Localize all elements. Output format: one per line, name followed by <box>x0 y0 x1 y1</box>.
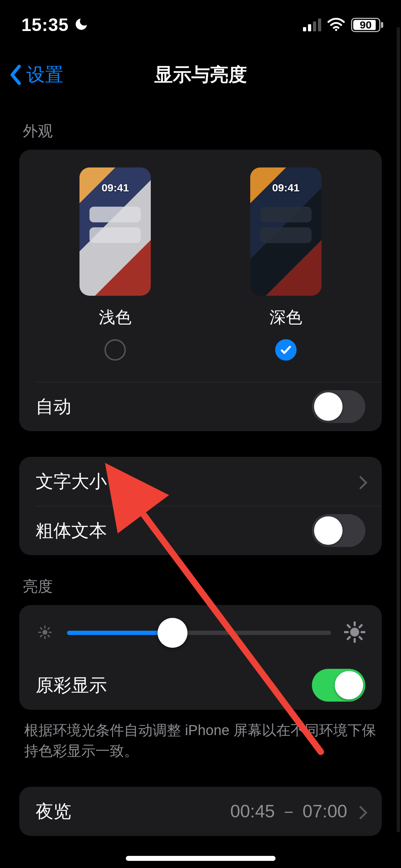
svg-point-1 <box>42 630 47 635</box>
appearance-group: 09:41 浅色 09:41 深色 自动 <box>19 150 382 431</box>
true-tone-toggle[interactable] <box>312 669 365 702</box>
svg-point-0 <box>335 29 337 31</box>
chevron-right-icon <box>356 471 365 492</box>
battery-icon: 90 <box>351 18 383 32</box>
sun-bright-icon <box>344 621 365 644</box>
light-label: 浅色 <box>99 306 132 329</box>
svg-line-15 <box>348 625 350 627</box>
svg-line-6 <box>41 628 42 629</box>
home-indicator <box>126 856 276 861</box>
bold-text-row[interactable]: 粗体文本 <box>19 506 382 555</box>
auto-appearance-row[interactable]: 自动 <box>19 382 382 431</box>
dark-radio[interactable] <box>275 339 297 361</box>
night-shift-label: 夜览 <box>36 800 230 823</box>
brightness-thumb[interactable] <box>158 618 187 648</box>
chevron-right-icon <box>356 801 365 822</box>
brightness-slider[interactable] <box>67 631 331 635</box>
cellular-icon <box>303 19 321 31</box>
dark-label: 深色 <box>269 306 302 329</box>
brightness-group: 原彩显示 <box>19 605 382 710</box>
svg-line-7 <box>48 635 50 637</box>
status-time: 15:35 <box>21 15 69 35</box>
svg-line-16 <box>360 637 362 639</box>
true-tone-label: 原彩显示 <box>36 673 312 697</box>
bold-text-label: 粗体文本 <box>36 519 312 543</box>
brightness-slider-row <box>19 605 382 661</box>
light-radio[interactable] <box>104 339 126 361</box>
auto-appearance-label: 自动 <box>36 395 312 419</box>
battery-percent: 90 <box>352 19 379 31</box>
brightness-header: 亮度 <box>19 555 382 605</box>
dark-preview-time: 09:41 <box>272 182 299 194</box>
nav-bar: 设置 显示与亮度 <box>0 50 401 100</box>
light-preview: 09:41 <box>79 167 151 296</box>
appearance-option-light[interactable]: 09:41 浅色 <box>79 167 151 361</box>
brightness-fill <box>67 631 173 635</box>
text-size-label: 文字大小 <box>36 470 356 494</box>
page-title: 显示与亮度 <box>154 62 247 87</box>
light-preview-time: 09:41 <box>102 182 129 194</box>
svg-point-10 <box>350 628 359 637</box>
appearance-option-dark[interactable]: 09:41 深色 <box>250 167 322 361</box>
svg-line-8 <box>41 635 42 637</box>
sun-dim-icon <box>37 625 52 641</box>
status-bar: 15:35 90 <box>0 0 401 50</box>
true-tone-row[interactable]: 原彩显示 <box>19 661 382 710</box>
night-shift-group: 夜览 00:45 － 07:00 <box>19 787 382 836</box>
dark-preview: 09:41 <box>250 167 322 296</box>
scrollbar-track <box>397 27 400 832</box>
back-label: 设置 <box>26 62 63 87</box>
true-tone-footer: 根据环境光条件自动调整 iPhone 屏幕以在不同环境下保持色彩显示一致。 <box>19 710 382 761</box>
moon-icon <box>74 17 89 33</box>
auto-appearance-toggle[interactable] <box>312 390 365 423</box>
text-group: 文字大小 粗体文本 <box>19 457 382 555</box>
wifi-icon <box>327 17 345 33</box>
svg-line-9 <box>48 628 50 629</box>
night-shift-row[interactable]: 夜览 00:45 － 07:00 <box>19 787 382 836</box>
appearance-header: 外观 <box>19 100 382 150</box>
bold-text-toggle[interactable] <box>312 514 365 547</box>
back-button[interactable]: 设置 <box>9 62 63 87</box>
night-shift-value: 00:45 － 07:00 <box>230 800 347 823</box>
text-size-row[interactable]: 文字大小 <box>19 457 382 506</box>
svg-line-17 <box>348 637 350 639</box>
svg-line-18 <box>360 625 362 627</box>
